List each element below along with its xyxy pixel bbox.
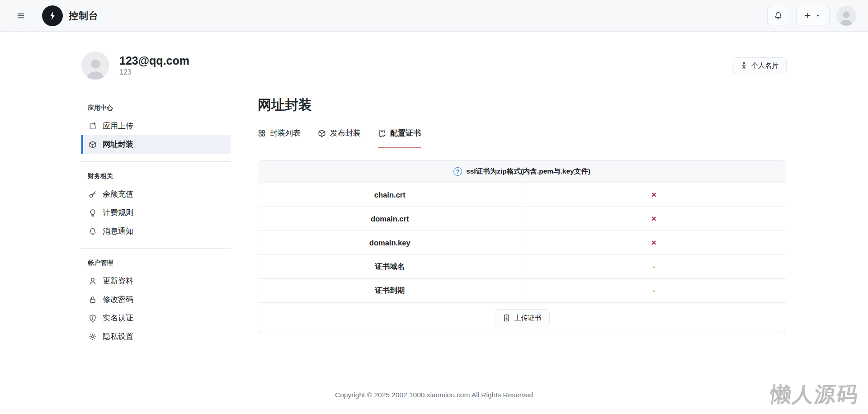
person-silhouette-icon [837, 8, 855, 26]
plus-glyph: + [805, 9, 811, 22]
lightning-bolt-icon [47, 10, 58, 21]
tab-label: 配置证书 [390, 128, 421, 138]
tabs: 封装列表发布封装配置证书 [258, 128, 786, 148]
lock-icon [89, 296, 97, 304]
empty-dash-mark: - [652, 262, 655, 272]
page-title: 网址封装 [258, 96, 786, 114]
sidebar-item-label: 计费规则 [103, 207, 133, 218]
cert-row-name: chain.crt [258, 183, 522, 207]
tab-publish-package[interactable]: 发布封装 [318, 128, 361, 148]
person-icon [89, 277, 97, 285]
cert-table-row: domain.key× [258, 231, 786, 255]
sidebar-item-label: 网址封装 [103, 139, 133, 150]
sidebar-item-url-package[interactable]: 网址封装 [81, 135, 231, 154]
ssl-notice: ? ssl证书为zip格式(内含.pem与.key文件) [258, 160, 786, 183]
cert-row-status: × [522, 207, 786, 231]
sidebar-section-header: 财务相关 [81, 170, 231, 185]
personal-card-label: 个人名片 [751, 61, 778, 70]
ssl-notice-text: ssl证书为zip格式(内含.pem与.key文件) [466, 167, 590, 176]
cube-icon [318, 129, 326, 137]
bell-icon [774, 11, 783, 20]
sidebar-section-header: 应用中心 [81, 102, 231, 117]
sidebar-item-label: 更新资料 [103, 276, 133, 286]
cert-row-name: 证书域名 [258, 255, 522, 278]
personal-card-button[interactable]: 个人名片 [732, 57, 787, 74]
sidebar-divider [81, 161, 231, 162]
sidebar-item-label: 应用上传 [103, 121, 133, 131]
watermark: 懒人源码 [769, 381, 861, 409]
cert-card-footer: 上传证书 [258, 303, 786, 333]
cert-row-status: - [522, 255, 786, 278]
grid-icon [258, 129, 266, 137]
person-standing-icon [740, 62, 748, 70]
profile-email: 123@qq.com [119, 55, 189, 67]
profile-header: 123@qq.com 123 个人名片 [81, 52, 787, 80]
bell-icon [89, 227, 97, 235]
file-zip-icon [503, 314, 510, 322]
cert-row-status: × [522, 183, 786, 207]
file-check-icon [378, 129, 386, 137]
sidebar-divider [81, 248, 231, 249]
box-arrow-up-icon [89, 122, 97, 130]
cert-row-status: × [522, 231, 786, 254]
tab-configure-cert[interactable]: 配置证书 [378, 128, 421, 148]
cert-row-name: domain.key [258, 231, 522, 254]
sidebar-item-label: 余额充值 [103, 189, 133, 199]
caret-down-icon [815, 13, 821, 19]
sidebar-item-update-profile[interactable]: 更新资料 [81, 272, 231, 290]
gear-icon [89, 333, 97, 341]
empty-dash-mark: - [652, 286, 655, 296]
cert-table-row: 证书域名- [258, 255, 786, 279]
sidebar-section-header: 帐户管理 [81, 257, 231, 272]
key-icon [89, 190, 97, 198]
cert-row-name: domain.crt [258, 207, 522, 231]
sidebar-item-balance-recharge[interactable]: 余额充值 [81, 185, 231, 203]
topbar: 控制台 + [0, 0, 868, 32]
sidebar-item-privacy[interactable]: 隐私设置 [81, 327, 231, 346]
upload-certificate-label: 上传证书 [514, 314, 542, 322]
notifications-button[interactable] [767, 6, 789, 25]
sidebar-item-label: 消息通知 [103, 226, 133, 236]
upload-certificate-button[interactable]: 上传证书 [495, 309, 550, 326]
app-title: 控制台 [69, 9, 99, 22]
sidebar-item-label: 实名认证 [103, 313, 133, 323]
cube-icon [89, 141, 97, 149]
sidebar-item-label: 修改密码 [103, 294, 133, 305]
missing-x-mark: × [651, 190, 656, 200]
hamburger-icon [16, 11, 25, 20]
cert-row-name: 证书到期 [258, 279, 522, 302]
sidebar-item-billing-rules[interactable]: 计费规则 [81, 203, 231, 222]
profile-username: 123 [119, 68, 189, 76]
user-avatar[interactable] [836, 6, 856, 26]
tab-package-list[interactable]: 封装列表 [258, 128, 301, 148]
help-circle-icon: ? [453, 167, 462, 176]
main-content: 网址封装 封装列表发布封装配置证书 ? ssl证书为zip格式(内含.pem与.… [258, 96, 786, 333]
app-logo [42, 5, 63, 26]
menu-button[interactable] [11, 6, 30, 25]
person-silhouette-icon [83, 54, 108, 80]
sidebar: 应用中心应用上传网址封装财务相关余额充值计费规则消息通知帐户管理更新资料修改密码… [81, 96, 231, 346]
sidebar-item-label: 隐私设置 [103, 331, 133, 342]
missing-x-mark: × [651, 238, 656, 248]
cert-table-row: chain.crt× [258, 183, 786, 207]
sidebar-item-notifications[interactable]: 消息通知 [81, 222, 231, 240]
cert-row-status: - [522, 279, 786, 302]
profile-avatar [81, 52, 109, 80]
copyright-text: Copyright © 2025 2002.1000.xiaomiou.com … [0, 391, 868, 399]
create-button[interactable]: + [796, 6, 830, 25]
cert-table-row: domain.crt× [258, 207, 786, 231]
sidebar-item-change-password[interactable]: 修改密码 [81, 290, 231, 309]
missing-x-mark: × [651, 214, 656, 224]
tab-label: 封装列表 [270, 128, 301, 138]
shield-exclamation-icon [89, 314, 97, 322]
tab-label: 发布封装 [330, 128, 361, 138]
certificate-card: ? ssl证书为zip格式(内含.pem与.key文件) chain.crt×d… [258, 160, 786, 333]
sidebar-item-app-upload[interactable]: 应用上传 [81, 117, 231, 135]
lightbulb-icon [89, 209, 97, 217]
cert-table-row: 证书到期- [258, 279, 786, 303]
cert-table-rows: chain.crt×domain.crt×domain.key×证书域名-证书到… [258, 183, 786, 303]
sidebar-item-real-name-auth[interactable]: 实名认证 [81, 309, 231, 327]
